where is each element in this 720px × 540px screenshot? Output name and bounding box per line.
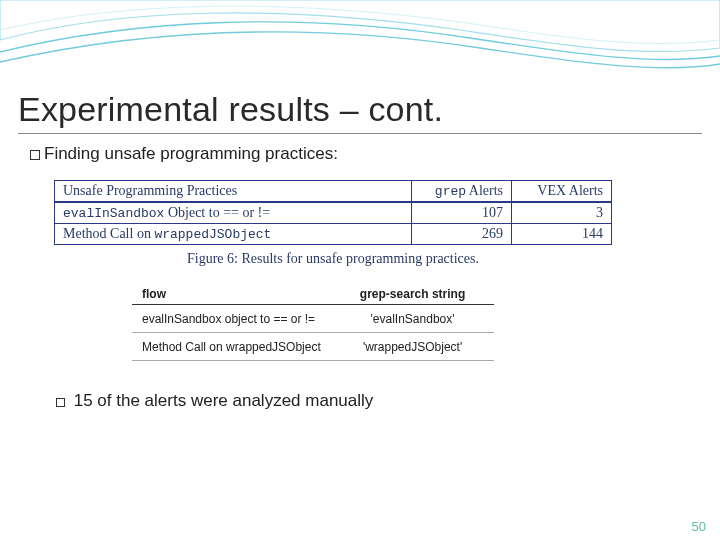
grep-hdr-string: grep-search string	[331, 285, 494, 305]
slide-title: Experimental results – cont.	[0, 0, 720, 129]
fig6-hdr-grep: grep Alerts	[412, 181, 512, 203]
fig6-row1-c1: evalInSandbox Object to == or !=	[55, 202, 412, 224]
grep-table: flow grep-search string evalInSandbox ob…	[132, 285, 494, 361]
bullet-box-icon	[30, 150, 40, 160]
grep-row1-c2: 'evalInSandbox'	[331, 305, 494, 333]
fig6-row1-c3: 3	[512, 202, 612, 224]
figure-6-table: Unsafe Programming Practices grep Alerts…	[54, 180, 612, 245]
grep-row1-c1: evalInSandbox object to == or !=	[132, 305, 331, 333]
figure-6: Unsafe Programming Practices grep Alerts…	[54, 180, 612, 267]
grep-row2-c2: 'wrappedJSObject'	[331, 333, 494, 361]
fig6-row2-c1: Method Call on wrappedJSObject	[55, 224, 412, 245]
grep-hdr-flow: flow	[132, 285, 331, 305]
fig6-row1-c2: 107	[412, 202, 512, 224]
fig6-row2-c2: 269	[412, 224, 512, 245]
page-number: 50	[692, 519, 706, 534]
bullet-main: Finding unsafe programming practices:	[0, 134, 720, 164]
figure-6-caption: Figure 6: Results for unsafe programming…	[54, 251, 612, 267]
fig6-hdr-practices: Unsafe Programming Practices	[55, 181, 412, 203]
bullet-main-text: Finding unsafe programming practices:	[44, 144, 338, 163]
grep-row2-c1: Method Call on wrappedJSObject	[132, 333, 331, 361]
bullet-box-icon	[56, 398, 65, 407]
sub-bullet-text: 15 of the alerts were analyzed manually	[74, 391, 374, 410]
fig6-hdr-vex: VEX Alerts	[512, 181, 612, 203]
fig6-row2-c3: 144	[512, 224, 612, 245]
sub-bullet: 15 of the alerts were analyzed manually	[0, 361, 720, 411]
